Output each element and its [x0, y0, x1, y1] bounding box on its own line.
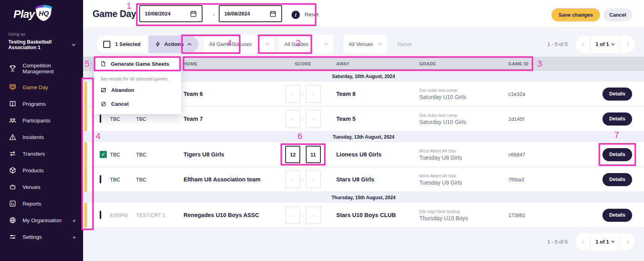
grade-filter-value: All Grades	[284, 41, 309, 47]
game-status-filter-value: All Game Statuses	[209, 41, 252, 47]
info-icon[interactable]: i	[292, 11, 300, 19]
score-input-away[interactable]: -	[306, 110, 321, 128]
filters-reset-button[interactable]: Reset	[398, 41, 411, 47]
game-status-filter[interactable]: All Game Statuses	[204, 35, 274, 53]
game-court: TEST/CRT 1	[136, 212, 180, 218]
score-input-away[interactable]: 11	[306, 146, 321, 163]
lightning-bolt-icon	[155, 41, 161, 47]
details-button[interactable]: Details	[602, 148, 632, 161]
grade-name: Tuesday U8 Girls	[419, 179, 503, 186]
scoreboard-icon	[9, 83, 17, 91]
playhq-logo: Play HQ	[0, 0, 83, 22]
selection-pill: 1 Selected Actions	[97, 36, 198, 53]
sidebar-item-reports[interactable]: Reports	[0, 195, 83, 212]
sidebar-item-game-day[interactable]: Game Day	[0, 79, 83, 95]
row-status-strip	[84, 82, 87, 106]
file-icon	[100, 61, 106, 67]
details-button[interactable]: Details	[602, 112, 632, 126]
save-changes-button[interactable]: Save changes	[551, 8, 600, 21]
sidebar-item-label: Participants	[23, 118, 51, 124]
row-checkbox[interactable]	[100, 151, 107, 158]
expand-plus-icon[interactable]: +	[72, 234, 76, 240]
date-from-input[interactable]: 10/08/2024	[139, 5, 203, 22]
prev-page-button[interactable]: ‹	[576, 233, 590, 250]
details-button[interactable]: Details	[602, 209, 632, 222]
score-input-home[interactable]: -	[285, 206, 300, 224]
score-input-away[interactable]: -	[306, 171, 321, 188]
score-input-home[interactable]: -	[285, 110, 300, 128]
row-checkbox[interactable]	[100, 175, 101, 183]
column-header-score: SCORE	[279, 61, 327, 66]
date-reset-button[interactable]: Reset	[305, 11, 318, 17]
details-button[interactable]: Details	[602, 173, 632, 186]
next-page-button[interactable]: ›	[620, 36, 635, 53]
page-indicator: 1 of 1	[596, 41, 609, 47]
sidebar-item-products[interactable]: Products	[0, 162, 83, 179]
sidebar-item-label: Incidents	[23, 134, 44, 140]
expand-plus-icon[interactable]: +	[72, 217, 76, 224]
sidebar-item-incidents[interactable]: Incidents	[0, 129, 83, 145]
date-to-input[interactable]: 16/08/2024	[219, 5, 282, 22]
score-input-home[interactable]: 12	[285, 146, 300, 163]
sidebar-item-participants[interactable]: Participants	[0, 112, 83, 129]
column-header-home: HOME	[180, 61, 279, 66]
no-entry-icon	[100, 101, 106, 107]
venue-filter[interactable]: All Venues	[343, 35, 387, 53]
grade-name: Saturday U10 Girls	[419, 119, 503, 125]
chevron-down-icon	[378, 43, 382, 46]
sidebar-item-competition-management[interactable]: Competition Management	[0, 58, 83, 79]
trophy-icon	[9, 65, 17, 72]
home-team: Tigers U8 Girls	[180, 151, 279, 158]
chevron-down-icon	[611, 240, 615, 243]
away-team: Lioness U8 Girls	[327, 151, 412, 158]
sidebar-item-my-organisation[interactable]: My Organisation +	[0, 212, 83, 229]
score-input-away[interactable]: -	[306, 206, 321, 224]
prev-page-button[interactable]: ‹	[576, 36, 590, 53]
bar-chart-icon	[9, 200, 17, 208]
sidebar-item-transfers[interactable]: Transfers	[0, 145, 83, 162]
row-status-strip	[84, 107, 87, 131]
sidebar-item-venues[interactable]: Venues	[0, 179, 83, 195]
page-selector[interactable]: 1 of 1	[590, 233, 620, 250]
score-colon: :	[302, 91, 303, 97]
page-selector[interactable]: 1 of 1	[590, 36, 620, 53]
menu-item-cancel[interactable]: Cancel	[94, 97, 181, 111]
logo-play-text: Play	[13, 8, 35, 21]
sidebar-item-label: Competition Management	[23, 63, 76, 74]
chevron-down-icon	[324, 43, 328, 46]
row-status-strip	[84, 142, 87, 167]
organisation-selector[interactable]: Testing Basketball Association 1	[8, 39, 75, 50]
sidebar-item-label: Settings	[23, 234, 42, 240]
next-page-button[interactable]: ›	[620, 233, 635, 250]
cancel-button[interactable]: Cancel	[603, 8, 632, 21]
grade-name: Thursday U10 Boys	[419, 215, 503, 221]
sidebar-item-label: Game Day	[23, 84, 48, 90]
game-id: c66847	[503, 152, 562, 158]
score-input-home[interactable]: -	[285, 85, 300, 103]
score-input-home[interactable]: -	[285, 171, 300, 188]
menu-item-abandon[interactable]: Abandon	[94, 83, 181, 97]
abandon-icon	[100, 87, 106, 93]
details-button[interactable]: Details	[602, 88, 632, 101]
selected-count: 1 Selected	[115, 41, 140, 47]
grade-name: Tuesday U8 Girls	[419, 154, 503, 161]
sidebar-item-label: Transfers	[23, 151, 45, 157]
grade-filter[interactable]: All Grades	[279, 35, 333, 53]
actions-button[interactable]: Actions	[148, 36, 198, 53]
sidebar-item-settings[interactable]: Settings +	[0, 229, 83, 245]
sidebar-item-label: Reports	[23, 201, 41, 207]
select-all-checkbox[interactable]	[103, 41, 110, 48]
chevron-down-icon	[611, 43, 615, 46]
score-colon: :	[302, 177, 303, 182]
sidebar-item-programs[interactable]: Programs	[0, 95, 83, 112]
row-checkbox[interactable]	[100, 114, 101, 123]
pagination-top: 1 - 5 of 5 ‹ 1 of 1 ›	[547, 36, 635, 53]
menu-item-generate-game-sheets[interactable]: Generate Game Sheets	[94, 57, 181, 71]
box-icon	[9, 166, 17, 174]
results-range: 1 - 5 of 5	[547, 239, 568, 245]
score-input-away[interactable]: -	[306, 85, 321, 103]
people-icon	[9, 116, 17, 124]
calendar-icon	[190, 10, 197, 17]
row-checkbox[interactable]	[100, 211, 101, 219]
book-icon	[9, 100, 17, 108]
